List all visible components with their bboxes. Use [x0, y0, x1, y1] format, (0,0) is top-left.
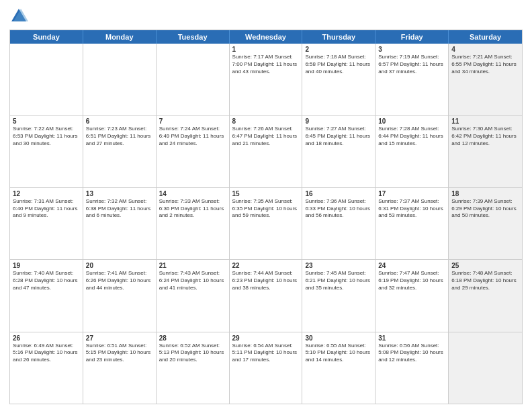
day-number: 16	[305, 190, 372, 197]
day-info: Sunrise: 7:30 AM Sunset: 6:42 PM Dayligh…	[451, 126, 519, 147]
calendar-day-header: Monday	[83, 30, 157, 44]
day-info: Sunrise: 7:31 AM Sunset: 6:40 PM Dayligh…	[13, 198, 80, 220]
calendar-cell: 24Sunrise: 7:47 AM Sunset: 6:19 PM Dayli…	[375, 260, 449, 331]
calendar-day-header: Sunday	[10, 30, 83, 44]
day-info: Sunrise: 7:43 AM Sunset: 6:24 PM Dayligh…	[159, 270, 226, 291]
calendar-week: 26Sunrise: 6:49 AM Sunset: 5:16 PM Dayli…	[10, 332, 522, 404]
day-number: 31	[378, 334, 445, 342]
day-info: Sunrise: 7:45 AM Sunset: 6:21 PM Dayligh…	[305, 270, 372, 291]
day-number: 10	[378, 118, 445, 125]
day-info: Sunrise: 7:37 AM Sunset: 6:31 PM Dayligh…	[378, 198, 445, 220]
calendar-cell: 11Sunrise: 7:30 AM Sunset: 6:42 PM Dayli…	[449, 116, 522, 187]
calendar-cell: 30Sunrise: 6:55 AM Sunset: 5:10 PM Dayli…	[302, 332, 375, 404]
calendar-body: 1Sunrise: 7:17 AM Sunset: 7:00 PM Daylig…	[10, 44, 522, 404]
day-info: Sunrise: 7:33 AM Sunset: 6:36 PM Dayligh…	[159, 198, 226, 220]
day-number: 24	[378, 262, 445, 269]
calendar-cell: 27Sunrise: 6:51 AM Sunset: 5:15 PM Dayli…	[83, 332, 157, 404]
calendar-day-header: Wednesday	[230, 30, 303, 44]
calendar-cell: 13Sunrise: 7:32 AM Sunset: 6:38 PM Dayli…	[83, 188, 157, 259]
calendar-cell: 14Sunrise: 7:33 AM Sunset: 6:36 PM Dayli…	[157, 188, 230, 259]
day-info: Sunrise: 6:54 AM Sunset: 5:11 PM Dayligh…	[232, 342, 300, 364]
calendar-day-header: Saturday	[449, 30, 522, 44]
day-number: 8	[232, 118, 300, 125]
day-info: Sunrise: 7:47 AM Sunset: 6:19 PM Dayligh…	[378, 270, 445, 291]
calendar-cell: 29Sunrise: 6:54 AM Sunset: 5:11 PM Dayli…	[230, 332, 303, 404]
day-info: Sunrise: 7:18 AM Sunset: 6:58 PM Dayligh…	[305, 54, 372, 75]
day-info: Sunrise: 6:49 AM Sunset: 5:16 PM Dayligh…	[13, 342, 80, 364]
day-number: 3	[378, 46, 445, 53]
day-number: 25	[451, 262, 519, 269]
day-number: 5	[13, 118, 80, 125]
day-info: Sunrise: 7:17 AM Sunset: 7:00 PM Dayligh…	[232, 54, 300, 75]
calendar-cell: 20Sunrise: 7:41 AM Sunset: 6:26 PM Dayli…	[83, 260, 157, 331]
calendar-cell: 16Sunrise: 7:36 AM Sunset: 6:33 PM Dayli…	[302, 188, 375, 259]
day-number: 29	[232, 334, 300, 342]
day-number: 23	[305, 262, 372, 269]
day-info: Sunrise: 7:48 AM Sunset: 6:18 PM Dayligh…	[451, 270, 519, 291]
calendar-cell: 7Sunrise: 7:24 AM Sunset: 6:49 PM Daylig…	[157, 116, 230, 187]
day-number: 27	[86, 334, 153, 342]
calendar-cell: 25Sunrise: 7:48 AM Sunset: 6:18 PM Dayli…	[449, 260, 522, 331]
day-info: Sunrise: 7:40 AM Sunset: 6:28 PM Dayligh…	[13, 270, 80, 291]
calendar-cell: 9Sunrise: 7:27 AM Sunset: 6:45 PM Daylig…	[302, 116, 375, 187]
day-info: Sunrise: 7:28 AM Sunset: 6:44 PM Dayligh…	[378, 126, 445, 147]
calendar-cell: 28Sunrise: 6:52 AM Sunset: 5:13 PM Dayli…	[157, 332, 230, 404]
calendar-cell: 1Sunrise: 7:17 AM Sunset: 7:00 PM Daylig…	[230, 44, 303, 115]
day-info: Sunrise: 7:41 AM Sunset: 6:26 PM Dayligh…	[86, 270, 153, 291]
day-number: 7	[159, 118, 226, 125]
calendar-cell	[157, 44, 230, 115]
day-info: Sunrise: 7:27 AM Sunset: 6:45 PM Dayligh…	[305, 126, 372, 147]
day-number: 15	[232, 190, 300, 197]
day-number: 9	[305, 118, 372, 125]
day-info: Sunrise: 7:32 AM Sunset: 6:38 PM Dayligh…	[86, 198, 153, 220]
day-info: Sunrise: 7:35 AM Sunset: 6:35 PM Dayligh…	[232, 198, 300, 220]
day-info: Sunrise: 7:44 AM Sunset: 6:23 PM Dayligh…	[232, 270, 300, 291]
day-info: Sunrise: 6:52 AM Sunset: 5:13 PM Dayligh…	[159, 342, 226, 364]
day-number: 12	[13, 190, 80, 197]
day-info: Sunrise: 7:24 AM Sunset: 6:49 PM Dayligh…	[159, 126, 226, 147]
logo-icon	[9, 7, 28, 26]
day-info: Sunrise: 7:39 AM Sunset: 6:29 PM Dayligh…	[451, 198, 519, 220]
calendar-day-header: Friday	[375, 30, 449, 44]
day-info: Sunrise: 6:55 AM Sunset: 5:10 PM Dayligh…	[305, 342, 372, 364]
calendar-header: SundayMondayTuesdayWednesdayThursdayFrid…	[10, 30, 522, 44]
page: SundayMondayTuesdayWednesdayThursdayFrid…	[0, 0, 532, 411]
calendar-day-header: Tuesday	[157, 30, 230, 44]
calendar-cell: 10Sunrise: 7:28 AM Sunset: 6:44 PM Dayli…	[375, 116, 449, 187]
calendar-cell: 2Sunrise: 7:18 AM Sunset: 6:58 PM Daylig…	[302, 44, 375, 115]
calendar-cell: 21Sunrise: 7:43 AM Sunset: 6:24 PM Dayli…	[157, 260, 230, 331]
header	[9, 7, 523, 26]
day-number: 28	[159, 334, 226, 342]
day-number: 4	[451, 46, 519, 53]
calendar-cell: 18Sunrise: 7:39 AM Sunset: 6:29 PM Dayli…	[449, 188, 522, 259]
day-number: 22	[232, 262, 300, 269]
calendar-day-header: Thursday	[302, 30, 375, 44]
day-info: Sunrise: 7:36 AM Sunset: 6:33 PM Dayligh…	[305, 198, 372, 220]
day-number: 18	[451, 190, 519, 197]
day-number: 11	[451, 118, 519, 125]
calendar-cell: 5Sunrise: 7:22 AM Sunset: 6:53 PM Daylig…	[10, 116, 83, 187]
calendar-cell	[10, 44, 83, 115]
day-number: 14	[159, 190, 226, 197]
day-number: 19	[13, 262, 80, 269]
day-info: Sunrise: 7:26 AM Sunset: 6:47 PM Dayligh…	[232, 126, 300, 147]
calendar-cell: 19Sunrise: 7:40 AM Sunset: 6:28 PM Dayli…	[10, 260, 83, 331]
day-info: Sunrise: 6:51 AM Sunset: 5:15 PM Dayligh…	[86, 342, 153, 364]
day-number: 30	[305, 334, 372, 342]
calendar-week: 1Sunrise: 7:17 AM Sunset: 7:00 PM Daylig…	[10, 44, 522, 116]
calendar-cell: 15Sunrise: 7:35 AM Sunset: 6:35 PM Dayli…	[230, 188, 303, 259]
day-number: 13	[86, 190, 153, 197]
day-number: 26	[13, 334, 80, 342]
day-number: 21	[159, 262, 226, 269]
calendar-week: 5Sunrise: 7:22 AM Sunset: 6:53 PM Daylig…	[10, 116, 522, 187]
calendar-cell: 6Sunrise: 7:23 AM Sunset: 6:51 PM Daylig…	[83, 116, 157, 187]
calendar-week: 19Sunrise: 7:40 AM Sunset: 6:28 PM Dayli…	[10, 260, 522, 332]
day-info: Sunrise: 6:56 AM Sunset: 5:08 PM Dayligh…	[378, 342, 445, 364]
day-number: 1	[232, 46, 300, 53]
calendar-cell	[83, 44, 157, 115]
calendar-cell: 4Sunrise: 7:21 AM Sunset: 6:55 PM Daylig…	[449, 44, 522, 115]
day-info: Sunrise: 7:22 AM Sunset: 6:53 PM Dayligh…	[13, 126, 80, 147]
day-info: Sunrise: 7:19 AM Sunset: 6:57 PM Dayligh…	[378, 54, 445, 75]
day-info: Sunrise: 7:21 AM Sunset: 6:55 PM Dayligh…	[451, 54, 519, 75]
calendar-cell: 31Sunrise: 6:56 AM Sunset: 5:08 PM Dayli…	[375, 332, 449, 404]
